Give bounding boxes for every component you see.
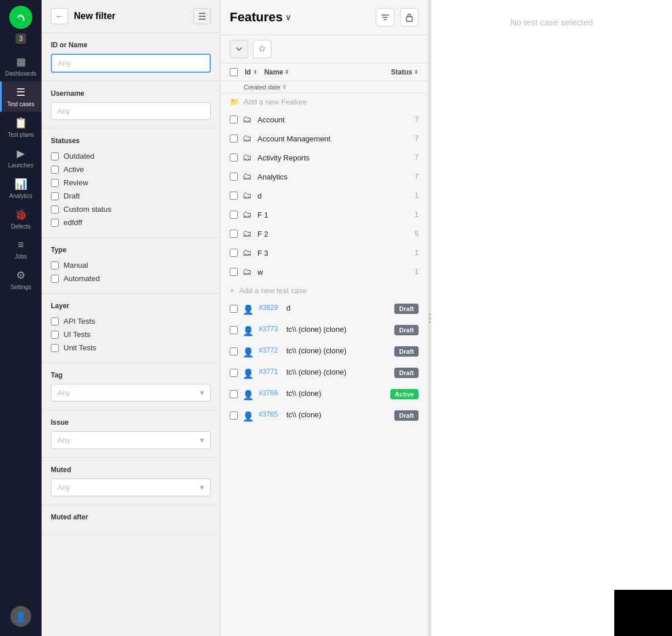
select-all-checkbox[interactable]: [230, 68, 238, 76]
layer-unit-label: Unit Tests: [64, 343, 96, 352]
add-feature-row[interactable]: 📁 Add a new Feature: [221, 93, 428, 110]
folder-row[interactable]: 🗂 d 1: [221, 186, 428, 205]
type-manual-checkbox[interactable]: [51, 261, 59, 270]
test-case-row[interactable]: 👤 #3773 tc\\ (clone) (clone) Draft: [221, 320, 428, 342]
test-case-checkbox[interactable]: [230, 326, 238, 334]
statuses-section: Statuses Outdated Active Review Draft Cu…: [42, 129, 220, 238]
sidebar-item-jobs-label: Jobs: [14, 253, 27, 260]
layer-unit-item[interactable]: Unit Tests: [51, 341, 211, 354]
sidebar-item-analytics[interactable]: 📊 Analytics: [0, 173, 42, 204]
folder-row[interactable]: 🗂 Account 7: [221, 110, 428, 129]
lock-tool-button[interactable]: [400, 8, 419, 27]
type-manual-item[interactable]: Manual: [51, 259, 211, 272]
folder-row[interactable]: 🗂 Account Management 7: [221, 129, 428, 148]
folder-checkbox[interactable]: [230, 115, 238, 124]
folder-checkbox[interactable]: [230, 173, 238, 181]
status-review-item[interactable]: Review: [51, 176, 211, 189]
muted-section: Muted Any ▼: [42, 458, 220, 505]
status-outdated-item[interactable]: Outdated: [51, 149, 211, 163]
issue-select[interactable]: Any: [51, 432, 210, 448]
tag-select[interactable]: Any: [51, 384, 210, 401]
status-outdated-checkbox[interactable]: [51, 152, 59, 160]
sidebar-item-jobs[interactable]: ≡ Jobs: [0, 234, 42, 264]
test-case-name: tc\\ (clone) (clone): [286, 325, 390, 334]
layer-api-checkbox[interactable]: [51, 317, 59, 326]
status-draft-item[interactable]: Draft: [51, 189, 211, 203]
folder-checkbox[interactable]: [230, 268, 238, 276]
folder-row[interactable]: 🗂 F 2 5: [221, 225, 428, 244]
type-automated-checkbox[interactable]: [51, 275, 59, 283]
test-case-row[interactable]: 👤 #3766 tc\\ (clone) Active: [221, 384, 428, 406]
test-case-checkbox[interactable]: [230, 390, 238, 398]
muted-select[interactable]: Any: [51, 479, 210, 496]
folder-row[interactable]: 🗂 w 1: [221, 263, 428, 282]
folder-row[interactable]: 🗂 Activity Reports 7: [221, 148, 428, 167]
expand-button[interactable]: [230, 40, 248, 58]
folder-row[interactable]: 🗂 Analytics 7: [221, 167, 428, 186]
sidebar-item-test-cases[interactable]: ☰ Test cases: [0, 81, 42, 112]
layer-ui-item[interactable]: UI Tests: [51, 328, 211, 341]
folder-count: 7: [415, 173, 419, 181]
folder-checkbox[interactable]: [230, 154, 238, 162]
tag-select-wrapper: Any ▼: [51, 384, 211, 402]
test-case-checkbox[interactable]: [230, 369, 238, 377]
test-case-row[interactable]: 👤 #3765 tc\\ (clone) Draft: [221, 406, 428, 427]
filter-tool-button[interactable]: [376, 8, 394, 27]
layer-unit-checkbox[interactable]: [51, 344, 59, 352]
status-draft-checkbox[interactable]: [51, 192, 59, 200]
sidebar-item-dashboards[interactable]: ▦ Dashboards: [0, 51, 42, 81]
filter-menu-button[interactable]: ☰: [193, 8, 211, 24]
id-or-name-input[interactable]: [51, 54, 211, 73]
type-automated-item[interactable]: Automated: [51, 272, 211, 285]
star-button[interactable]: [253, 40, 271, 58]
folder-checkbox[interactable]: [230, 134, 238, 143]
test-case-name: tc\\ (clone) (clone): [286, 368, 390, 376]
sidebar-item-launches[interactable]: ▶ Launches: [0, 143, 42, 173]
test-case-row[interactable]: 👤 #3829 d Draft: [221, 299, 428, 320]
layer-api-item[interactable]: API Tests: [51, 315, 211, 328]
folder-name: d: [257, 192, 410, 200]
status-custom-checkbox[interactable]: [51, 205, 59, 214]
sidebar-item-defects[interactable]: 🐞 Defects: [0, 204, 42, 234]
filter-back-button[interactable]: ←: [51, 8, 68, 24]
test-case-checkbox[interactable]: [230, 411, 238, 420]
col-id-header: Id ⇕: [245, 68, 257, 76]
star-icon: [258, 45, 266, 53]
status-active-item[interactable]: Active: [51, 163, 211, 176]
muted-select-wrapper: Any ▼: [51, 478, 211, 496]
sidebar-bottom: 👤: [10, 606, 31, 636]
folder-checkbox[interactable]: [230, 249, 238, 257]
folder-row[interactable]: 🗂 F 3 1: [221, 244, 428, 263]
test-case-checkbox[interactable]: [230, 347, 238, 356]
folder-checkbox[interactable]: [230, 211, 238, 219]
statuses-label: Statuses: [51, 137, 211, 145]
app-logo[interactable]: [9, 6, 32, 29]
username-input[interactable]: [51, 102, 211, 120]
user-icon: 👤: [242, 411, 254, 422]
sidebar-item-test-plans[interactable]: 📋 Test plans: [0, 112, 42, 143]
status-custom-item[interactable]: Custom status: [51, 203, 211, 216]
add-test-case-row[interactable]: + Add a new test case: [221, 282, 428, 299]
status-edfdff-item[interactable]: edfdff: [51, 216, 211, 229]
test-case-row[interactable]: 👤 #3771 tc\\ (clone) (clone) Draft: [221, 363, 428, 384]
status-review-label: Review: [64, 178, 88, 187]
svg-rect-1: [406, 17, 412, 21]
sidebar-item-test-cases-label: Test cases: [7, 101, 34, 107]
folder-count: 1: [415, 268, 419, 276]
folder-checkbox[interactable]: [230, 230, 238, 238]
folder-row[interactable]: 🗂 F 1 1: [221, 205, 428, 225]
folder-checkbox[interactable]: [230, 192, 238, 200]
settings-icon: ⚙: [16, 269, 25, 282]
status-review-checkbox[interactable]: [51, 179, 59, 187]
test-case-checkbox[interactable]: [230, 305, 238, 313]
status-active-checkbox[interactable]: [51, 166, 59, 174]
status-edfdff-checkbox[interactable]: [51, 219, 59, 227]
type-automated-label: Automated: [64, 274, 100, 283]
layer-ui-checkbox[interactable]: [51, 331, 59, 339]
lock-icon: [405, 13, 413, 22]
analytics-icon: 📊: [14, 178, 27, 190]
user-avatar[interactable]: 👤: [10, 606, 31, 627]
test-case-row[interactable]: 👤 #3772 tc\\ (clone) (clone) Draft: [221, 342, 428, 363]
sidebar-item-settings[interactable]: ⚙ Settings: [0, 264, 42, 295]
test-cases-icon: ☰: [16, 86, 25, 99]
